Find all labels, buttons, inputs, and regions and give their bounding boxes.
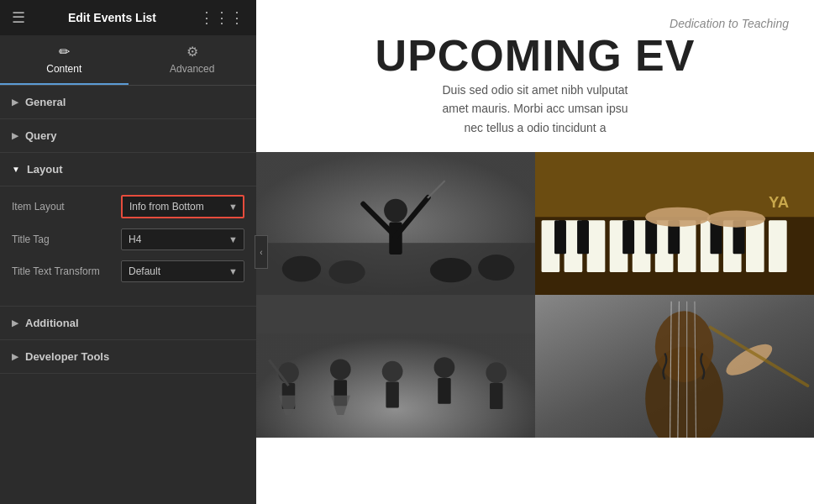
title-tag-select-wrapper: H4 H1 H2 H3 H5 H6 ▼	[121, 228, 244, 250]
chevron-right-icon: ▶	[12, 318, 18, 328]
title-text-transform-label: Title Text Transform	[12, 265, 121, 277]
layout-section-content: Item Layout Info from Bottom Info from T…	[0, 186, 256, 307]
panel-title: Edit Events List	[68, 11, 156, 24]
item-layout-select-wrapper: Info from Bottom Info from Top Info Over…	[121, 195, 244, 218]
chevron-right-icon: ▶	[12, 352, 18, 361]
panel-header: ☰ Edit Events List ⋮⋮⋮	[0, 0, 256, 35]
dedication-text: Dedication to Teaching	[281, 17, 789, 30]
grid-icon[interactable]: ⋮⋮⋮	[199, 8, 244, 27]
section-additional[interactable]: ▶ Additional	[0, 307, 256, 340]
svg-point-42	[382, 361, 403, 382]
svg-rect-26	[577, 220, 589, 254]
svg-text:YA: YA	[769, 193, 789, 211]
gear-icon: ⚙	[186, 44, 198, 60]
item-layout-row: Item Layout Info from Bottom Info from T…	[12, 195, 244, 218]
item-layout-select[interactable]: Info from Bottom Info from Top Info Over…	[121, 195, 244, 218]
svg-rect-28	[645, 220, 657, 254]
svg-point-33	[645, 207, 710, 227]
chevron-right-icon: ▶	[12, 131, 18, 140]
svg-point-44	[434, 357, 455, 378]
svg-point-46	[486, 363, 507, 384]
orchestra-image	[256, 295, 535, 438]
section-developer-tools[interactable]: ▶ Developer Tools	[0, 340, 256, 374]
description-text: Duis sed odio sit amet nibh vulputat ame…	[281, 81, 789, 137]
tabs-bar: ✏ Content ⚙ Advanced	[0, 35, 256, 86]
image-grid: YA	[256, 152, 814, 438]
right-panel: Dedication to Teaching UPCOMING EV Duis …	[256, 0, 814, 504]
pencil-icon: ✏	[59, 44, 70, 60]
tab-content[interactable]: ✏ Content	[0, 35, 129, 85]
title-text-transform-select[interactable]: Default Uppercase Lowercase Capitalize	[121, 260, 244, 282]
svg-point-9	[328, 260, 365, 284]
right-top-section: Dedication to Teaching UPCOMING EV Duis …	[256, 0, 814, 145]
svg-rect-25	[554, 220, 566, 254]
item-layout-label: Item Layout	[12, 201, 121, 213]
svg-rect-23	[746, 220, 764, 272]
upcoming-events-title: UPCOMING EV	[281, 30, 789, 81]
svg-point-34	[707, 211, 766, 228]
tab-advanced[interactable]: ⚙ Advanced	[129, 35, 257, 85]
section-query[interactable]: ▶ Query	[0, 119, 256, 153]
section-layout[interactable]: ▼ Layout	[0, 153, 256, 186]
svg-rect-47	[490, 383, 502, 409]
title-tag-row: Title Tag H4 H1 H2 H3 H5 H6 ▼	[12, 228, 244, 250]
svg-rect-50	[256, 295, 535, 333]
conductor-image	[256, 152, 535, 295]
svg-rect-43	[386, 382, 398, 408]
svg-rect-24	[769, 220, 787, 272]
collapse-panel-button[interactable]: ‹	[255, 235, 268, 269]
svg-rect-20	[678, 220, 696, 272]
title-tag-label: Title Tag	[12, 234, 121, 245]
section-general[interactable]: ▶ General	[0, 86, 256, 119]
svg-rect-16	[587, 220, 606, 272]
right-content: Dedication to Teaching UPCOMING EV Duis …	[256, 0, 814, 504]
svg-rect-27	[622, 220, 634, 254]
hamburger-icon[interactable]: ☰	[12, 8, 25, 27]
svg-point-11	[478, 255, 514, 281]
title-tag-select[interactable]: H4 H1 H2 H3 H5 H6	[121, 228, 244, 250]
title-text-transform-row: Title Text Transform Default Uppercase L…	[12, 260, 244, 282]
title-text-transform-control: Default Uppercase Lowercase Capitalize ▼	[121, 260, 244, 282]
svg-rect-45	[438, 378, 450, 404]
title-tag-control: H4 H1 H2 H3 H5 H6 ▼	[121, 228, 244, 250]
svg-point-8	[282, 256, 321, 282]
item-layout-control: Info from Bottom Info from Top Info Over…	[121, 195, 244, 218]
svg-point-3	[384, 199, 407, 223]
svg-point-10	[430, 258, 471, 282]
piano-image: YA	[535, 152, 814, 295]
cello-image	[535, 295, 814, 438]
title-text-transform-select-wrapper: Default Uppercase Lowercase Capitalize ▼	[121, 260, 244, 282]
chevron-right-icon: ▶	[12, 97, 18, 107]
svg-point-37	[278, 363, 299, 384]
chevron-down-icon: ▼	[12, 165, 20, 174]
left-panel: ☰ Edit Events List ⋮⋮⋮ ✏ Content ⚙ Advan…	[0, 0, 256, 504]
svg-point-40	[330, 360, 351, 381]
